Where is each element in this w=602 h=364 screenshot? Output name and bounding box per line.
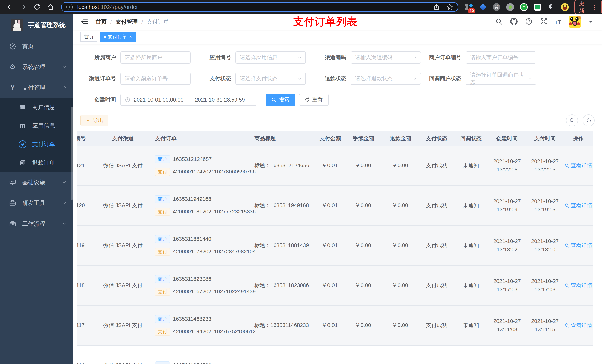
share-icon[interactable] (433, 4, 440, 10)
bookmark-star-icon[interactable] (446, 4, 453, 10)
col-header: 退款金额 (382, 135, 419, 143)
sidebar-item-label: 首页 (22, 42, 34, 50)
back-icon[interactable] (6, 3, 14, 11)
recorder-extension-icon[interactable] (506, 3, 514, 11)
avatar-caret-icon[interactable] (589, 21, 593, 25)
url-text[interactable]: localhost:1024/pay/order (77, 4, 433, 10)
shop-icon (18, 104, 27, 110)
action-cell: 查看详情 (563, 161, 593, 170)
sidebar-item-devtools[interactable]: 研发工具 (0, 193, 73, 213)
profile-avatar-icon[interactable] (561, 3, 569, 11)
merchant-input[interactable] (125, 54, 186, 61)
pay-channel: 微信 JSAPI 支付 (95, 361, 151, 364)
table-row[interactable]: 117 微信 JSAPI 支付 商户1635311468233 支付420000… (77, 306, 593, 345)
view-detail-link[interactable]: 查看详情 (564, 241, 592, 250)
tag-pay-order[interactable]: 支付订单 × (100, 32, 136, 42)
breadcrumb-home[interactable]: 首页 (96, 18, 107, 26)
app-select[interactable]: 请选择应用信息 (236, 52, 306, 64)
sidebar-item-infrastructure[interactable]: 基础设施 (0, 172, 73, 193)
col-header: 回调状态 (454, 135, 488, 143)
table-row[interactable]: 120 微信 JSAPI 支付 商户1635311949168 支付420000… (77, 186, 593, 226)
sidebar-item-home[interactable]: 首页 (0, 36, 73, 57)
sidebar-item-workflow[interactable]: 工作流程 (0, 213, 73, 234)
search-button[interactable]: 搜索 (266, 94, 295, 106)
sidebar-item-pay[interactable]: ¥ 支付管理 (0, 77, 73, 98)
sidebar-item-system[interactable]: ⚙ 系统管理 (0, 57, 73, 77)
table-row[interactable]: 116 微信 JSAPI 支付 商户1635311354796 (77, 345, 593, 364)
table-row[interactable]: 121 微信 JSAPI 支付 商户1635312124657 支付420000… (77, 146, 593, 186)
view-detail-link[interactable]: 查看详情 (564, 281, 592, 290)
grid-icon (18, 123, 27, 129)
fullscreen-icon[interactable] (540, 18, 547, 26)
export-button[interactable]: 导出 (80, 115, 108, 126)
help-icon[interactable] (525, 18, 532, 26)
sidebar-item-app-info[interactable]: 应用信息 (0, 116, 73, 135)
app-logo[interactable]: 芋道管理系统 (0, 14, 73, 36)
browser-menu-icon[interactable]: ⋮ (592, 4, 597, 10)
pay-status-select[interactable]: 请选择支付状态 (236, 73, 306, 85)
col-header: 商品标题 (251, 135, 315, 143)
kite-extension-icon[interactable] (479, 3, 487, 11)
view-detail-link[interactable]: 查看详情 (564, 321, 592, 329)
pay-order-no: 4200001181202110277723215336 (173, 208, 256, 216)
merchant-order-no-input[interactable] (470, 54, 532, 61)
table-tools (566, 114, 595, 126)
col-header: 支付渠道 (95, 135, 151, 143)
select-placeholder: 请选择应用信息 (240, 54, 278, 61)
date-range-picker[interactable]: 2021-10-01 00:00:00 - 2021-10-31 23:59:5… (120, 94, 256, 106)
command-extension-icon[interactable]: ⌘ (492, 3, 501, 11)
chat-extension-icon[interactable] (534, 3, 542, 11)
site-info-icon[interactable]: i (66, 4, 73, 10)
github-icon[interactable] (510, 18, 517, 26)
tabs-extension-icon[interactable]: 10 (465, 3, 473, 11)
pay-order-cell: 商户1635311823086 支付4200001167202110271022… (151, 275, 251, 296)
browser-update-button[interactable]: 更新 ⋮ (574, 0, 602, 16)
merchant-order-no: 1635311949168 (173, 195, 211, 203)
pay-status: 支付成功 (419, 161, 454, 170)
date-start[interactable]: 2021-10-01 00:00:00 (134, 97, 183, 103)
field-label: 创建时间 (80, 96, 120, 104)
notify-status-select[interactable]: 请选择订单回调商户状态 (466, 73, 536, 85)
sidebar-item-pay-order[interactable]: ¥ 支付订单 (0, 135, 73, 154)
puzzle-extensions-icon[interactable] (547, 3, 555, 11)
tag-close-icon[interactable]: × (129, 34, 132, 39)
dashboard-icon (8, 43, 17, 50)
sidebar-scrollbar[interactable] (71, 106, 73, 200)
forward-icon[interactable] (19, 3, 27, 11)
channel-code-select[interactable]: 请输入渠道编码 (351, 52, 421, 64)
date-end[interactable]: 2021-10-31 23:59:59 (195, 97, 245, 103)
col-header: 支付时间 (527, 135, 563, 143)
table-row[interactable]: 118 微信 JSAPI 支付 商户1635311823086 支付420000… (77, 266, 593, 306)
user-avatar[interactable] (569, 16, 581, 28)
yen-icon: ¥ (8, 83, 17, 92)
view-detail-link[interactable]: 查看详情 (564, 161, 592, 170)
tag-home[interactable]: 首页 (80, 32, 97, 42)
table-row[interactable]: 119 微信 JSAPI 支付 商户1635311881440 支付420000… (77, 226, 593, 266)
fee-amount: ¥ 0.00 (345, 241, 382, 250)
reload-icon[interactable] (33, 3, 41, 11)
view-detail-link[interactable]: 查看详情 (564, 201, 592, 209)
fee-amount: ¥ 0.00 (345, 201, 382, 209)
app-title: 芋道管理系统 (28, 21, 65, 29)
font-size-icon[interactable]: TT (555, 19, 561, 25)
product-title: 标题：1635311468233 (251, 321, 315, 329)
reset-button[interactable]: 重置 (299, 94, 329, 106)
refund-status-select[interactable]: 请选择退款状态 (351, 73, 421, 85)
refresh-icon[interactable] (583, 114, 595, 126)
pay-status: 支付成功 (419, 201, 454, 209)
fee-amount: ¥ 0.00 (345, 161, 382, 170)
y-extension-icon[interactable]: Y (520, 3, 528, 11)
merchant-badge: 商户 (155, 275, 170, 283)
channel-order-no-input[interactable] (125, 76, 186, 82)
refund-amount: ¥ 0.00 (382, 161, 419, 170)
collapse-sidebar-icon[interactable] (81, 18, 88, 26)
address-bar[interactable]: i localhost:1024/pay/order (61, 2, 458, 12)
sidebar-item-merchant-info[interactable]: 商户信息 (0, 98, 73, 116)
sidebar-item-refund-order[interactable]: 退款订单 (0, 154, 73, 172)
breadcrumb-pay[interactable]: 支付管理 (116, 18, 138, 26)
header-search-icon[interactable] (495, 18, 502, 26)
home-icon[interactable] (47, 3, 55, 11)
toggle-search-icon[interactable] (566, 114, 578, 126)
pay-order-cell: 商户1635312124657 支付4200001174202110278060… (151, 155, 251, 176)
table-header-row: 编号 支付渠道 支付订单 商品标题 支付金额 手续金额 退款金额 支付状态 回调… (77, 131, 593, 146)
